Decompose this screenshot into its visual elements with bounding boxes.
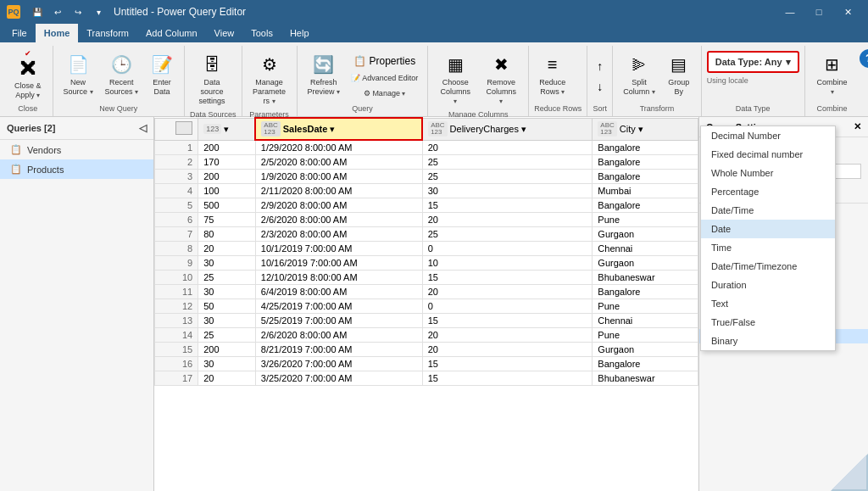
- table-row[interactable]: 16 30 3/26/2020 7:00:00 AM 15 Bangalore: [155, 357, 698, 371]
- table-row[interactable]: 3 200 1/9/2020 8:00:00 AM 25 Bangalore: [155, 170, 698, 184]
- ribbon-group-query: 🔄 RefreshPreview ▾ 📋 Properties 📝 Advanc…: [298, 46, 429, 116]
- close-query-settings[interactable]: ✕: [854, 121, 861, 132]
- table-row[interactable]: 17 20 3/25/2020 7:00:00 AM 15 Bhubaneswa…: [155, 371, 698, 386]
- tab-tools[interactable]: Tools: [242, 24, 281, 42]
- sort-asc-icon: ↑: [597, 59, 603, 73]
- dropdown-item-datetime-timezone[interactable]: Date/Time/Timezone: [701, 257, 835, 276]
- table-row[interactable]: 12 50 4/25/2019 7:00:00 AM 0 Pune: [155, 299, 698, 314]
- close-apply-button[interactable]: ✔ 🗙 Close &Apply ▾: [8, 49, 47, 100]
- th-salesdate[interactable]: ABC123 SalesDate ▾: [255, 118, 422, 140]
- combine-button[interactable]: ⊞ Combine ▾: [810, 49, 854, 100]
- properties-button[interactable]: 📋 Properties: [347, 53, 422, 70]
- data-type-arrow: ▾: [786, 57, 791, 68]
- th-city[interactable]: ABC123 City ▾: [593, 118, 698, 140]
- collapse-left-panel[interactable]: ◁: [139, 122, 147, 134]
- cell-salesdate: 2/6/2020 8:00:00 AM: [255, 328, 422, 343]
- ribbon-group-parameters: ⚙ ManageParameters ▾ Parameters: [242, 46, 298, 116]
- qa-redo[interactable]: ↪: [70, 3, 86, 20]
- minimize-button[interactable]: —: [776, 3, 804, 20]
- dropdown-item-duration[interactable]: Duration: [701, 276, 835, 294]
- help-button[interactable]: ?: [860, 49, 868, 68]
- table-row[interactable]: 14 25 2/6/2020 8:00:00 AM 20 Pune: [155, 328, 698, 343]
- close-button[interactable]: ✕: [834, 3, 861, 20]
- qa-dropdown[interactable]: ▾: [90, 3, 107, 20]
- table-row[interactable]: 5 500 2/9/2020 8:00:00 AM 15 Bangalore: [155, 198, 698, 213]
- data-table: 123 ▾ ABC123 SalesDate ▾: [154, 117, 698, 386]
- table-row[interactable]: 13 30 5/25/2019 7:00:00 AM 15 Chennai: [155, 314, 698, 328]
- dropdown-item-truefalse[interactable]: True/False: [701, 313, 835, 332]
- qa-undo[interactable]: ↩: [49, 3, 66, 20]
- group-by-label: GroupBy: [668, 78, 689, 97]
- maximize-button[interactable]: □: [805, 3, 832, 20]
- cell-salesdate: 6/4/2019 8:00:00 AM: [255, 285, 422, 299]
- table-row[interactable]: 11 30 6/4/2019 8:00:00 AM 20 Bangalore: [155, 285, 698, 299]
- qa-save[interactable]: 💾: [29, 3, 46, 20]
- data-source-settings-icon: 🗄: [200, 53, 224, 76]
- choose-columns-label: ChooseColumns ▾: [438, 78, 472, 105]
- enter-data-button[interactable]: 📝 EnterData: [145, 49, 179, 100]
- dropdown-item-time[interactable]: Time: [701, 238, 835, 257]
- advanced-editor-button[interactable]: 📝 Advanced Editor: [347, 71, 422, 85]
- th-col1[interactable]: 123 ▾: [198, 118, 256, 140]
- tab-home[interactable]: Home: [36, 24, 79, 42]
- sort-desc-button[interactable]: ↓: [593, 77, 607, 96]
- cell-city: Bangalore: [593, 140, 698, 155]
- dropdown-item-text[interactable]: Text: [701, 294, 835, 313]
- table-row[interactable]: 6 75 2/6/2020 8:00:00 AM 20 Pune: [155, 213, 698, 227]
- recent-sources-icon: 🕒: [109, 53, 133, 76]
- cell-city: Bangalore: [593, 357, 698, 371]
- cell-col1: 170: [198, 155, 256, 170]
- dropdown-item-whole-number[interactable]: Whole Number: [701, 164, 835, 182]
- dropdown-item-binary[interactable]: Binary: [701, 332, 835, 350]
- query-group-label: Query: [303, 103, 423, 114]
- group-by-button[interactable]: ▤ GroupBy: [662, 49, 696, 100]
- split-column-button[interactable]: ⫸ SplitColumn ▾: [618, 49, 660, 100]
- reduce-rows-button[interactable]: ≡ ReduceRows ▾: [534, 49, 570, 100]
- tab-file[interactable]: File: [3, 24, 36, 42]
- table-row[interactable]: 9 30 10/16/2019 7:00:00 AM 10 Gurgaon: [155, 256, 698, 271]
- th-delivery[interactable]: ABC123 DeliveryCharges ▾: [422, 118, 593, 140]
- data-source-settings-button[interactable]: 🗄 Data sourcesettings: [190, 49, 234, 109]
- dropdown-item-datetime[interactable]: Date/Time: [701, 201, 835, 220]
- table-row[interactable]: 15 200 8/21/2019 7:00:00 AM 20 Gurgaon: [155, 343, 698, 357]
- query-item-products[interactable]: 📋 Products: [0, 159, 153, 179]
- dropdown-item-fixed-decimal[interactable]: Fixed decimal number: [701, 145, 835, 164]
- table-row[interactable]: 10 25 12/10/2019 8:00:00 AM 15 Bhubanesw…: [155, 271, 698, 285]
- recent-sources-button[interactable]: 🕒 RecentSources ▾: [100, 49, 144, 100]
- ribbon-group-reduce-rows: ≡ ReduceRows ▾ Reduce Rows: [529, 46, 587, 116]
- tab-add-column[interactable]: Add Column: [137, 24, 206, 42]
- salesdate-label: SalesDate: [283, 124, 328, 134]
- table-container[interactable]: 123 ▾ ABC123 SalesDate ▾: [154, 117, 698, 491]
- query-item-vendors[interactable]: 📋 Vendors: [0, 140, 153, 159]
- remove-columns-icon: ✖: [489, 53, 513, 76]
- new-source-button[interactable]: 📄 NewSource ▾: [58, 49, 98, 100]
- help-area: ?: [860, 46, 868, 116]
- table-row[interactable]: 1 200 1/29/2020 8:00:00 AM 20 Bangalore: [155, 140, 698, 155]
- data-type-button[interactable]: Data Type: Any ▾: [707, 51, 799, 73]
- data-type-dropdown[interactable]: Decimal Number Fixed decimal number Whol…: [700, 126, 836, 351]
- table-row[interactable]: 2 170 2/5/2020 8:00:00 AM 25 Bangalore: [155, 155, 698, 170]
- manage-parameters-button[interactable]: ⚙ ManageParameters ▾: [248, 49, 292, 109]
- tab-help[interactable]: Help: [281, 24, 318, 42]
- ribbon-group-data-type: Data Type: Any ▾ Using locale Data Type: [702, 46, 805, 116]
- table-row[interactable]: 8 20 10/1/2019 7:00:00 AM 0 Chennai: [155, 242, 698, 256]
- reduce-rows-group-label: Reduce Rows: [534, 103, 581, 114]
- manage-button[interactable]: ⚙ Manage ▾: [347, 86, 422, 100]
- refresh-preview-button[interactable]: 🔄 RefreshPreview ▾: [303, 49, 346, 100]
- dropdown-item-decimal[interactable]: Decimal Number: [701, 126, 835, 145]
- remove-columns-button[interactable]: ✖ RemoveColumns ▾: [479, 49, 523, 109]
- transform-group-label: Transform: [618, 103, 696, 114]
- ribbon-group-sort: ↑ ↓ Sort: [587, 46, 613, 116]
- table-row[interactable]: 4 100 2/11/2020 8:00:00 AM 30 Mumbai: [155, 184, 698, 198]
- dropdown-item-date[interactable]: Date: [701, 220, 835, 238]
- choose-columns-button[interactable]: ▦ ChooseColumns ▾: [433, 49, 477, 109]
- sort-desc-icon: ↓: [597, 80, 603, 93]
- cell-col1: 200: [198, 170, 256, 184]
- sort-asc-button[interactable]: ↑: [593, 57, 607, 75]
- dropdown-item-percentage[interactable]: Percentage: [701, 182, 835, 201]
- ribbon-group-close-content: ✔ 🗙 Close &Apply ▾: [8, 46, 47, 103]
- tab-transform[interactable]: Transform: [78, 24, 137, 42]
- tab-view[interactable]: View: [206, 24, 243, 42]
- cell-city: Gurgaon: [593, 343, 698, 357]
- table-row[interactable]: 7 80 2/3/2020 8:00:00 AM 25 Gurgaon: [155, 227, 698, 242]
